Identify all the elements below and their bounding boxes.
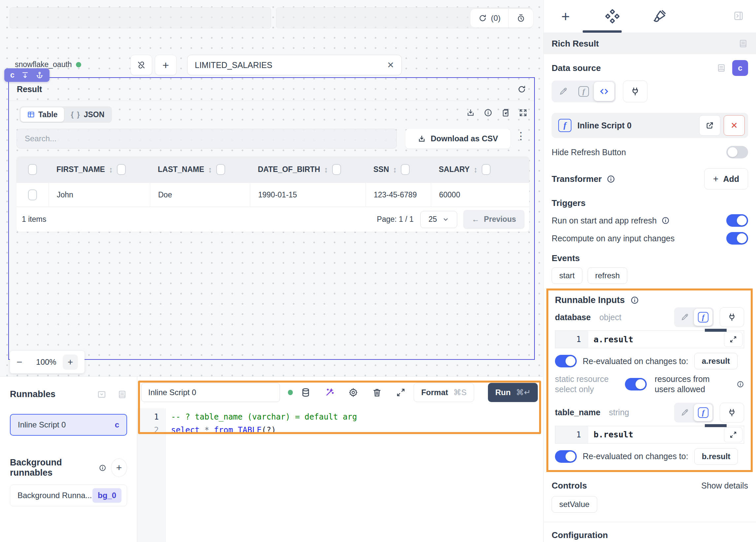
rich-result-widget[interactable]: Result Table { } JSON — [8, 77, 535, 360]
table-name-field[interactable]: ✕ — [187, 55, 402, 75]
add-transformer-button[interactable]: + Add — [704, 168, 748, 189]
event-chip-refresh[interactable]: refresh — [588, 267, 628, 284]
docs-icon[interactable] — [738, 39, 748, 49]
tab-table[interactable]: Table — [20, 107, 64, 122]
download-icon[interactable] — [466, 108, 475, 117]
format-button[interactable]: Format ⌘S — [414, 383, 474, 402]
table-name-input[interactable] — [195, 60, 387, 70]
expand-editor-icon[interactable] — [396, 388, 406, 397]
sort-icon[interactable]: ↕ — [208, 165, 212, 174]
column-header[interactable]: LAST_NAME — [158, 165, 204, 174]
info-icon[interactable] — [737, 380, 744, 389]
component-id-badge[interactable]: c — [732, 60, 748, 76]
data-source-script-row[interactable]: f Inline Script 0 ✕ — [552, 113, 748, 138]
column-header[interactable]: DATE_OF_BIRTH — [258, 165, 320, 174]
database-reeval-toggle[interactable] — [555, 355, 577, 367]
runnable-item-inline-script-0[interactable]: Inline Script 0 c — [10, 414, 127, 436]
selection-badge[interactable]: c — [4, 68, 50, 82]
clear-input-icon[interactable]: ✕ — [387, 60, 394, 70]
docs-icon[interactable] — [716, 63, 726, 73]
run-button[interactable]: Run ⌘↵ — [488, 383, 538, 402]
settings-gear-icon[interactable] — [348, 388, 358, 397]
script-name-field[interactable] — [141, 383, 280, 402]
column-checkbox[interactable] — [332, 164, 341, 175]
database-icon[interactable] — [301, 388, 311, 397]
tab-components[interactable] — [602, 7, 622, 26]
script-name-input[interactable] — [148, 388, 273, 397]
add-background-runnable-button[interactable]: + — [111, 458, 127, 477]
table-name-value-editor[interactable]: 1 b.result — [555, 426, 744, 444]
app-canvas[interactable]: (0) snowflake_oauth c + ✕ Result — [0, 0, 543, 376]
column-checkbox[interactable] — [401, 164, 410, 175]
control-chip-setvalue[interactable]: setValue — [552, 496, 597, 513]
info-icon[interactable] — [606, 175, 615, 184]
tab-insert-component[interactable]: + — [556, 7, 575, 26]
collapse-section-icon[interactable] — [97, 390, 107, 399]
table-name-reeval-toggle[interactable] — [555, 450, 577, 463]
sql-code-editor[interactable]: 1 2 -- ? table_name (varchar) = default … — [137, 408, 543, 542]
static-mode-pencil-icon[interactable] — [553, 82, 573, 101]
hide-refresh-toggle[interactable] — [726, 146, 748, 158]
sort-icon[interactable]: ↕ — [109, 165, 113, 174]
code-lines[interactable]: -- ? table_name (varchar) = default arg … — [166, 408, 543, 542]
column-checkbox[interactable] — [117, 164, 126, 175]
refresh-count-button[interactable]: (0) — [470, 9, 508, 28]
table-row[interactable]: John Doe 1990-01-15 123-45-6789 60000 — [17, 183, 529, 207]
fullscreen-icon[interactable] — [519, 108, 528, 117]
table-search[interactable] — [17, 129, 397, 149]
anchor-icon[interactable] — [36, 71, 44, 79]
zoom-in-button[interactable]: + — [63, 355, 78, 370]
add-component-button[interactable]: + — [155, 55, 177, 75]
run-on-start-toggle[interactable] — [726, 214, 748, 227]
event-chip-start[interactable]: start — [552, 267, 582, 284]
function-mode-icon[interactable]: f — [694, 309, 712, 326]
plug-connect-button[interactable] — [720, 307, 744, 327]
static-mode-pencil-icon[interactable] — [675, 404, 694, 421]
collapse-panel-icon[interactable] — [733, 10, 744, 23]
table-search-input[interactable] — [25, 134, 389, 143]
tab-json[interactable]: { } JSON — [64, 107, 111, 122]
ai-wand-icon[interactable] — [325, 388, 334, 397]
database-dependency-chip[interactable]: a.result — [694, 353, 738, 369]
show-details-link[interactable]: Show details — [701, 481, 748, 491]
page-size-select[interactable]: 25 — [420, 211, 457, 228]
row-checkbox[interactable] — [28, 189, 37, 200]
code-mode-icon[interactable] — [594, 82, 614, 101]
expand-editor-button[interactable] — [724, 332, 742, 347]
function-mode-icon[interactable]: f — [694, 404, 712, 421]
column-header[interactable]: FIRST_NAME — [56, 165, 105, 174]
sort-icon[interactable]: ↕ — [393, 165, 397, 174]
zoom-out-button[interactable]: − — [17, 356, 30, 368]
info-icon[interactable] — [630, 296, 639, 305]
column-checkbox[interactable] — [482, 164, 491, 175]
arrow-down-to-bar-icon[interactable] — [21, 71, 29, 79]
static-mode-pencil-icon[interactable] — [675, 309, 694, 326]
info-icon[interactable] — [484, 108, 493, 117]
column-header[interactable]: SALARY — [439, 165, 470, 174]
database-value-editor[interactable]: 1 a.result — [555, 330, 744, 348]
plug-connect-button[interactable] — [623, 81, 647, 102]
info-icon[interactable] — [661, 216, 670, 225]
column-header[interactable]: SSN — [373, 165, 389, 174]
info-icon[interactable] — [99, 463, 106, 472]
background-runnable-item[interactable]: Background Runna... bg_0 — [10, 485, 127, 506]
table-menu-icon[interactable]: ⋮ — [516, 130, 526, 142]
recompute-toggle[interactable] — [726, 232, 748, 245]
select-all-checkbox[interactable] — [28, 164, 37, 175]
plug-connect-button[interactable] — [720, 403, 744, 423]
column-checkbox[interactable] — [216, 164, 225, 175]
sort-icon[interactable]: ↕ — [324, 165, 328, 174]
function-mode-icon[interactable]: f — [573, 82, 594, 101]
history-button[interactable] — [508, 9, 533, 28]
sort-icon[interactable]: ↕ — [474, 165, 478, 174]
table-name-dependency-chip[interactable]: b.result — [694, 448, 738, 465]
remove-script-button[interactable]: ✕ — [724, 115, 745, 136]
widget-refresh-icon[interactable] — [517, 85, 526, 94]
unlink-button[interactable] — [130, 55, 152, 75]
docs-icon[interactable] — [117, 390, 127, 399]
previous-page-button[interactable]: ← Previous — [463, 210, 525, 229]
tab-theme[interactable] — [649, 7, 669, 26]
delete-trash-icon[interactable] — [372, 388, 382, 397]
copy-to-clipboard-icon[interactable] — [501, 108, 510, 117]
open-script-button[interactable] — [699, 115, 720, 136]
